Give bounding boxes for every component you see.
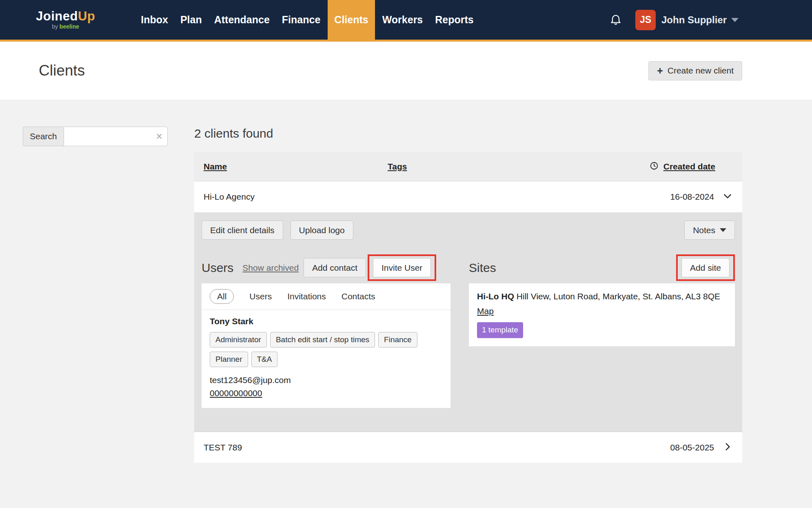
- client-created-date: 16-08-2024: [670, 192, 714, 202]
- search-group: Search ×: [23, 127, 168, 146]
- column-header-created: Created date: [663, 162, 715, 172]
- clear-search-icon[interactable]: ×: [156, 131, 162, 142]
- create-new-client-button[interactable]: + Create new client: [648, 61, 742, 80]
- clients-content: 2 clients found Name Tags Created date: [194, 127, 742, 463]
- site-card: Hi-Lo HQ Hill View, Luton Road, Markyate…: [469, 283, 735, 346]
- chevron-down-icon: [720, 228, 726, 232]
- template-count-badge: 1 template: [477, 322, 523, 338]
- user-name: John Supplier: [661, 14, 727, 26]
- sites-heading: Sites: [469, 261, 496, 275]
- contact-name: Tony Stark: [210, 316, 442, 326]
- main-nav: Inbox Plan Attendance Finance Clients Wo…: [136, 0, 479, 40]
- site-name: Hi-Lo HQ: [477, 292, 514, 301]
- map-link[interactable]: Map: [477, 305, 494, 318]
- nav-item-plan[interactable]: Plan: [175, 0, 207, 40]
- contact-details: Tony Stark Administrator Batch edit star…: [202, 310, 450, 408]
- main-content: Search × 2 clients found Name Tags: [0, 100, 812, 463]
- chevron-right-icon: [722, 441, 733, 454]
- site-address: Hill View, Luton Road, Markyate, St. Alb…: [517, 292, 720, 301]
- table-row[interactable]: TEST 789 08-05-2025: [194, 432, 742, 463]
- role-tag-batch-edit[interactable]: Batch edit start / stop times: [270, 332, 375, 348]
- highlight-box-invite-user: Invite User: [368, 254, 436, 281]
- logo-subtitle: by beeline: [36, 23, 95, 30]
- role-tag-ta[interactable]: T&A: [251, 352, 278, 367]
- notes-label: Notes: [693, 225, 715, 235]
- tab-contacts[interactable]: Contacts: [342, 292, 375, 301]
- tab-all[interactable]: All: [210, 289, 234, 304]
- role-tag-planner[interactable]: Planner: [210, 352, 248, 367]
- page-title: Clients: [39, 62, 85, 79]
- upload-logo-button[interactable]: Upload logo: [291, 221, 353, 240]
- bell-icon: [609, 12, 622, 27]
- users-heading: Users: [202, 261, 233, 275]
- search-column: Search ×: [23, 127, 194, 463]
- role-tag-administrator[interactable]: Administrator: [210, 332, 267, 348]
- highlight-box-add-site: Add site: [676, 254, 735, 281]
- nav-item-clients[interactable]: Clients: [328, 0, 375, 40]
- results-summary: 2 clients found: [194, 127, 742, 140]
- sites-section: Sites Add site Hi-Lo HQ Hill View, Luton…: [469, 254, 735, 408]
- users-card: All Users Invitations Contacts Tony Star…: [202, 283, 450, 408]
- create-new-client-label: Create new client: [668, 66, 734, 76]
- add-site-button[interactable]: Add site: [681, 258, 730, 277]
- column-header-name[interactable]: Name: [204, 162, 388, 172]
- chevron-down-icon: [731, 18, 739, 22]
- users-tabs: All Users Invitations Contacts: [202, 283, 450, 310]
- client-name: TEST 789: [204, 443, 670, 452]
- chevron-down-icon: [722, 191, 733, 203]
- add-contact-button[interactable]: Add contact: [304, 258, 366, 277]
- edit-client-details-button[interactable]: Edit client details: [202, 221, 283, 240]
- invite-user-button[interactable]: Invite User: [373, 258, 431, 277]
- nav-item-workers[interactable]: Workers: [377, 0, 428, 40]
- search-label: Search: [23, 127, 64, 146]
- tab-users[interactable]: Users: [249, 292, 272, 301]
- contact-phone-link[interactable]: 00000000000: [210, 388, 262, 398]
- page-header: Clients + Create new client: [0, 42, 812, 100]
- logo-beeline-text: beeline: [60, 23, 79, 30]
- top-navbar: JoinedUp by beeline Inbox Plan Attendanc…: [0, 0, 812, 42]
- search-input[interactable]: [64, 127, 168, 146]
- logo-wordmark: JoinedUp: [36, 10, 95, 23]
- nav-item-reports[interactable]: Reports: [430, 0, 478, 40]
- collapse-row-button[interactable]: [721, 191, 733, 203]
- nav-item-finance[interactable]: Finance: [277, 0, 325, 40]
- users-section: Users Show archived Add contact Invite U…: [202, 254, 450, 408]
- contact-email: test123456@jup.com: [210, 375, 442, 385]
- user-menu[interactable]: John Supplier: [661, 14, 739, 26]
- site-address-line: Hi-Lo HQ Hill View, Luton Road, Markyate…: [477, 290, 727, 303]
- logo-by-text: by: [52, 23, 58, 30]
- detail-columns: Users Show archived Add contact Invite U…: [202, 254, 735, 408]
- avatar[interactable]: JS: [635, 10, 656, 30]
- role-tag-finance[interactable]: Finance: [378, 332, 417, 348]
- column-header-tags[interactable]: Tags: [388, 162, 650, 172]
- table-row[interactable]: Hi-Lo Agency 16-08-2024: [194, 181, 742, 212]
- notes-dropdown-button[interactable]: Notes: [684, 221, 735, 240]
- show-archived-link[interactable]: Show archived: [242, 263, 299, 273]
- client-detail-panel: Edit client details Upload logo Notes Us…: [194, 212, 742, 432]
- tab-invitations[interactable]: Invitations: [287, 292, 326, 301]
- client-created-date: 08-05-2025: [670, 443, 714, 452]
- joinedup-logo[interactable]: JoinedUp by beeline: [36, 10, 95, 30]
- logo-up-text: Up: [78, 9, 95, 23]
- nav-item-attendance[interactable]: Attendance: [209, 0, 275, 40]
- expand-row-button[interactable]: [721, 441, 733, 454]
- contact-role-tags: Administrator Batch edit start / stop ti…: [210, 332, 442, 367]
- logo-joined-text: Joined: [36, 9, 78, 23]
- plus-icon: +: [657, 66, 663, 76]
- notifications-button[interactable]: [609, 12, 622, 27]
- users-section-header: Users Show archived Add contact Invite U…: [202, 254, 450, 281]
- clients-table: Name Tags Created date Hi-Lo Agency 16-0…: [194, 152, 742, 463]
- client-action-bar: Edit client details Upload logo Notes: [202, 221, 735, 240]
- table-header-row: Name Tags Created date: [194, 152, 742, 181]
- sites-section-header: Sites Add site: [469, 254, 735, 281]
- client-name: Hi-Lo Agency: [204, 192, 670, 202]
- clock-icon: [650, 161, 659, 172]
- column-header-created-group[interactable]: Created date: [650, 161, 715, 172]
- nav-item-inbox[interactable]: Inbox: [136, 0, 173, 40]
- nav-spacer: [479, 0, 609, 40]
